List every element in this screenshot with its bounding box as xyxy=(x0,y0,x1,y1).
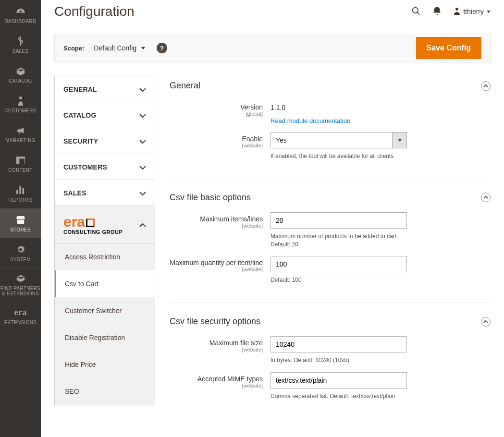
section-title: General xyxy=(170,81,200,91)
max-size-note: In bytes. Default: 10240 (10kb) xyxy=(270,356,407,364)
svg-rect-4 xyxy=(16,190,18,194)
max-items-input[interactable] xyxy=(270,212,407,229)
config-group-era[interactable]: era CONSULTING GROUP xyxy=(55,206,155,243)
config-panel: GENERAL CATALOG SECURITY CUSTOMERS SALES xyxy=(54,76,155,405)
config-item-seo[interactable]: SEO xyxy=(55,378,155,405)
config-item-hide-price[interactable]: Hide Price xyxy=(55,351,155,378)
sidebar-label: REPORTS xyxy=(8,197,32,203)
box-icon xyxy=(15,66,26,76)
max-items-label: Maximum items/lines xyxy=(200,215,263,223)
config-group-label: CUSTOMERS xyxy=(63,163,107,171)
svg-point-0 xyxy=(19,97,22,99)
collapse-icon[interactable] xyxy=(481,317,491,327)
svg-rect-2 xyxy=(16,157,25,158)
config-item-csv-to-cart[interactable]: Csv to Cart xyxy=(55,270,155,297)
doc-link[interactable]: Read module documentation xyxy=(270,117,407,124)
max-size-scope: [website] xyxy=(170,347,263,352)
sidebar-item-customers[interactable]: CUSTOMERS xyxy=(0,89,41,119)
select-toggle[interactable] xyxy=(392,133,406,148)
sidebar-item-sales[interactable]: SALES xyxy=(0,30,41,60)
user-menu[interactable]: tthierry xyxy=(454,7,491,16)
sidebar-item-find-partners[interactable]: FIND PARTNERS & EXTENSIONS xyxy=(0,268,41,301)
page-header: Configuration tthierry xyxy=(41,0,504,34)
era-logo-sub: CONSULTING GROUP xyxy=(63,229,123,235)
sidebar-item-content[interactable]: CONTENT xyxy=(0,149,41,179)
section-body-csv-basic: Maximum items/lines [website] Maximum nu… xyxy=(170,212,491,303)
section-head-csv-security[interactable]: Csv file security options xyxy=(170,312,491,336)
max-qty-input[interactable] xyxy=(270,256,407,272)
sidebar-label: CATALOG xyxy=(9,78,32,84)
sidebar-item-system[interactable]: SYSTEM xyxy=(0,238,41,268)
mime-input[interactable] xyxy=(270,372,407,388)
sidebar-label: CUSTOMERS xyxy=(4,108,36,113)
scope-select[interactable]: Default Config xyxy=(94,44,145,52)
chevron-down-icon xyxy=(139,85,146,93)
section-head-csv-basic[interactable]: Csv file basic options xyxy=(170,188,491,212)
config-group-catalog[interactable]: CATALOG xyxy=(55,102,155,128)
sidebar-label: SALES xyxy=(12,49,29,54)
store-icon xyxy=(15,215,26,225)
era-logo-icon: era xyxy=(15,307,26,318)
enable-value: Yes xyxy=(271,133,392,148)
enable-label: Enable xyxy=(242,135,263,143)
main-sidebar: DASHBOARD SALES CATALOG CUSTOMERS MARKET… xyxy=(0,0,41,437)
config-item-access-restriction[interactable]: Access Restriction xyxy=(55,243,155,270)
search-icon[interactable] xyxy=(411,6,421,17)
chevron-down-icon xyxy=(139,163,146,171)
section-body-csv-security: Maximum file size [website] In bytes. De… xyxy=(170,336,491,419)
config-group-label: SECURITY xyxy=(63,137,98,145)
section-head-general[interactable]: General xyxy=(170,76,491,100)
sidebar-item-extensions[interactable]: era EXTENSIONS xyxy=(0,301,41,331)
svg-point-9 xyxy=(455,8,458,11)
sidebar-item-dashboard[interactable]: DASHBOARD xyxy=(0,0,41,30)
bell-icon[interactable] xyxy=(433,7,441,17)
save-config-button[interactable]: Save Config xyxy=(416,37,481,59)
max-items-scope: [website] xyxy=(170,223,263,229)
version-value: 1.1.0 xyxy=(270,100,407,111)
config-item-customer-switcher[interactable]: Customer Switcher xyxy=(55,297,155,324)
svg-point-7 xyxy=(413,7,418,13)
sidebar-item-marketing[interactable]: MARKETING xyxy=(0,119,41,149)
enable-note: If enabled, the tool will be available f… xyxy=(270,152,407,160)
chart-icon xyxy=(15,185,26,195)
dollar-icon xyxy=(15,36,26,47)
sidebar-item-reports[interactable]: REPORTS xyxy=(0,179,41,208)
gauge-icon xyxy=(15,6,26,17)
enable-select[interactable]: Yes xyxy=(270,132,407,148)
config-group-label: GENERAL xyxy=(63,85,97,93)
config-item-disable-registration[interactable]: Disable Registration xyxy=(55,324,155,351)
chevron-down-icon xyxy=(141,47,145,49)
config-group-label: CATALOG xyxy=(63,111,97,119)
config-group-security[interactable]: SECURITY xyxy=(55,128,155,154)
username: tthierry xyxy=(463,8,484,15)
chevron-down-icon xyxy=(487,11,491,13)
svg-rect-5 xyxy=(19,186,21,194)
partners-icon xyxy=(15,273,26,284)
layout-icon xyxy=(15,155,26,166)
svg-line-8 xyxy=(418,12,420,14)
enable-scope: [website] xyxy=(170,143,263,148)
config-group-general[interactable]: GENERAL xyxy=(55,76,155,102)
collapse-icon[interactable] xyxy=(481,81,491,91)
version-label: Version xyxy=(240,103,263,111)
max-size-label: Maximum file size xyxy=(209,339,263,347)
mime-scope: [website] xyxy=(170,383,263,388)
era-logo: era xyxy=(63,215,123,229)
sidebar-label: DASHBOARD xyxy=(4,19,36,24)
chevron-down-icon xyxy=(398,139,402,142)
collapse-icon[interactable] xyxy=(481,193,491,202)
config-group-sales[interactable]: SALES xyxy=(55,180,155,206)
sidebar-label: SYSTEM xyxy=(10,257,31,262)
user-icon xyxy=(454,7,460,16)
max-items-note: Maximum number of products to be added t… xyxy=(270,232,407,249)
sidebar-label: EXTENSIONS xyxy=(4,320,37,325)
mime-label: Accepted MIME types xyxy=(197,375,263,383)
max-size-input[interactable] xyxy=(270,336,407,352)
config-group-customers[interactable]: CUSTOMERS xyxy=(55,154,155,180)
help-icon[interactable]: ? xyxy=(157,43,167,53)
settings-area: General Version [global] 1.1.0 Read modu… xyxy=(170,76,491,427)
sidebar-item-stores[interactable]: STORES xyxy=(0,208,41,238)
scope-bar: Scope: Default Config ? Save Config xyxy=(54,34,491,62)
sidebar-item-catalog[interactable]: CATALOG xyxy=(0,60,41,89)
section-title: Csv file basic options xyxy=(170,193,251,203)
